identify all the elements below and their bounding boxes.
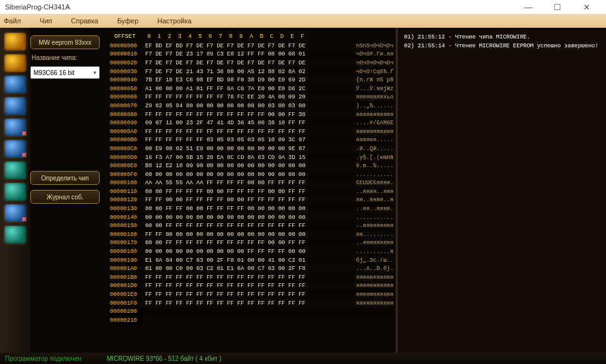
offset-cell: 000000F0 xyxy=(109,172,143,178)
offset-cell: 000001A0 xyxy=(109,266,143,272)
offset-cell: 00000020 xyxy=(109,60,143,66)
hex-row[interactable]: 000001B0FF FF FF FF FF FF FF FF FF FF FF… xyxy=(109,273,393,282)
ascii-cell: чОчО!Cq6Ђ.Ґ.Ё.Љ. xyxy=(347,69,393,75)
ascii-cell: яяяяяяяяяяяяяяяя xyxy=(347,129,393,135)
offset-cell: 000000D0 xyxy=(109,155,143,161)
chip-select-value: M93C66 16 bit xyxy=(33,69,74,76)
offset-cell: 000000A0 xyxy=(109,129,143,135)
log-line: 01) 21:55:12 - Чтение чипа MICROWIRE. xyxy=(404,33,600,42)
offset-cell: 000000C0 xyxy=(109,146,143,152)
hex-row[interactable]: 000000B0FF FF FF FF FF FF 03 05 03 05 03… xyxy=(109,136,393,145)
chip-name-label: Название чипа: xyxy=(30,54,100,61)
hex-bytes: B8 12 E2 18 09 90 00 00 00 00 00 00 00 0… xyxy=(143,163,347,169)
erase-icon[interactable]: ✖ xyxy=(4,119,26,136)
menu-help[interactable]: Справка xyxy=(71,17,98,25)
hex-row[interactable]: 000000C000 E9 08 02 51 E9 00 00 00 00 00… xyxy=(109,144,393,153)
hex-row[interactable]: 0000007029 02 05 84 80 00 00 00 00 00 00… xyxy=(109,102,393,110)
hex-row[interactable]: 0000014000 00 00 00 00 00 00 00 00 00 00… xyxy=(109,213,393,222)
hex-row[interactable]: 00000100AA AA 55 55 AA AA FF FF FF FF 00… xyxy=(109,179,393,188)
hex-row[interactable]: 000000D016 F3 A7 00 5B 15 28 EA 8C CD 8A… xyxy=(109,153,393,162)
open-icon[interactable] xyxy=(4,33,26,50)
hex-bytes: FF FF 00 00 00 00 00 00 00 00 00 00 00 0… xyxy=(143,232,347,238)
chip-select[interactable]: M93C66 16 bit ▾ xyxy=(30,66,100,79)
hex-bytes: 16 F3 A7 00 5B 15 28 EA 8C CD 8A 63 CD 9… xyxy=(143,155,347,161)
offset-cell: 000000B0 xyxy=(109,137,143,143)
offset-cell: 000001B0 xyxy=(109,274,143,281)
x-badge-icon: ✖ xyxy=(21,151,27,158)
columns-header: 0 1 2 3 4 5 6 7 8 9 A B C D E F xyxy=(141,33,304,40)
menu-buffer[interactable]: Буфер xyxy=(117,17,139,25)
blank-check-icon[interactable] xyxy=(4,161,26,179)
hex-bytes: 00 00 FF FF FF FF 00 00 FF FF FF FF 00 0… xyxy=(143,189,347,195)
hex-row[interactable]: 000000A0FF FF FF FF FF FF FF FF FF FF FF… xyxy=(109,127,393,136)
hex-row[interactable]: 00000080FF FF FF FF FF FF FF FF FF FF FF… xyxy=(109,110,393,119)
hex-view[interactable]: OFFSET 0 1 2 3 4 5 6 7 8 9 A B C D E F 0… xyxy=(105,28,396,353)
ascii-cell: яяяяяяяяяяяя..я8 xyxy=(347,112,393,118)
hex-row[interactable]: 00000020F7 DE F7 DE F7 DE F7 DE F7 DE F7… xyxy=(109,59,393,68)
hex-row[interactable]: 000001A001 00 00 C0 00 03 C2 01 E1 6A 00… xyxy=(109,264,393,273)
write-icon[interactable] xyxy=(4,97,26,115)
hex-row[interactable]: 000001E0FF FF FF FF FF FF FF FF FF FF FF… xyxy=(109,290,393,299)
verify-icon[interactable]: ✖ xyxy=(4,140,26,158)
offset-cell: 000001E0 xyxy=(109,291,143,298)
offset-cell: 00000010 xyxy=(109,51,143,57)
read-icon[interactable] xyxy=(4,76,26,93)
hex-row[interactable]: 000000E0B8 12 E2 18 09 90 00 00 00 00 00… xyxy=(109,161,393,170)
offset-cell: 00000170 xyxy=(109,240,143,246)
hex-row[interactable]: 0000017000 00 FF FF FF FF FF FF FF FF FF… xyxy=(109,239,393,248)
hex-row[interactable]: 00000050A1 00 00 00 A1 01 FF FF 6A C6 7A… xyxy=(109,85,393,93)
ascii-cell: ..яя..яяяя...... xyxy=(347,206,393,212)
hex-row[interactable]: 0000013000 00 FF FF 00 00 FF FF FF FF 00… xyxy=(109,204,393,213)
status-chip-info: MICROWIRE 93*66 - 512 байт ( 4 кбит ) xyxy=(107,355,222,362)
hex-row[interactable]: 00000060FF FF FF FF FF FF FF FF 78 FC EE… xyxy=(109,93,393,102)
ascii-cell: ё.в..Ђ.......... xyxy=(347,163,393,169)
hex-row[interactable]: 00000120FF FF 00 00 FF FF FF FF 00 00 FF… xyxy=(109,196,393,205)
ascii-cell: )..„Ђ........... xyxy=(347,103,393,109)
log-panel: 01) 21:55:12 - Чтение чипа MICROWIRE. 02… xyxy=(396,28,606,353)
save-icon[interactable] xyxy=(4,54,26,72)
hex-row[interactable]: 00000010F7 DE F7 DE 23 17 89 C3 E8 12 FF… xyxy=(109,50,393,59)
ascii-cell: яяяяяяяяяяяяяяяя xyxy=(347,291,393,298)
log-line: 02) 21:55:14 - Чтение MICROWIRE EEPROM у… xyxy=(404,42,600,50)
hex-row[interactable]: 000001F0FF FF FF FF FF FF FF FF FF FF FF… xyxy=(109,299,393,308)
hex-bytes: 00 00 00 00 00 00 00 00 00 00 00 00 00 0… xyxy=(143,172,347,178)
hex16-icon[interactable] xyxy=(4,183,26,201)
tool-x-icon[interactable]: ✖ xyxy=(4,204,26,222)
minimize-button[interactable]: — xyxy=(514,0,543,14)
hex-bytes: FF FF FF FF FF FF FF FF FF FF FF FF FF F… xyxy=(143,300,347,307)
hex-bytes: FF FF FF FF FF FF 03 05 03 05 03 05 10 0… xyxy=(143,137,347,143)
detect-chip-button[interactable]: Определить чип xyxy=(30,171,100,185)
ascii-cell: ...А..В.бj.Зc./ш xyxy=(347,266,393,272)
ascii-cell: ................ xyxy=(347,214,393,221)
hex-row[interactable]: 0000015000 00 FF FF FF FF FF FF FF FF FF… xyxy=(109,221,393,230)
hex-row[interactable]: 000000407B EF 18 E3 C6 98 EF BD 98 F0 38… xyxy=(109,76,393,85)
close-button[interactable]: ✕ xyxy=(572,0,601,14)
hex-row[interactable]: 000001D0FF FF FF FF FF FF FF FF FF FF FF… xyxy=(109,282,393,291)
hex-bytes: 00 00 FF FF FF FF FF FF FF FF FF FF FF F… xyxy=(143,223,347,229)
hex-row[interactable]: 0000011000 00 FF FF FF FF 00 00 FF FF FF… xyxy=(109,187,393,196)
offset-cell: 00000180 xyxy=(109,249,143,255)
maximize-button[interactable]: ☐ xyxy=(543,0,572,14)
chip-method-button[interactable]: MW eeprom 93xxx xyxy=(30,35,100,49)
journal-button[interactable]: Журнал соб. xyxy=(30,190,100,204)
menu-chip[interactable]: Чип xyxy=(40,17,52,25)
hex-row[interactable]: 0000009009 07 11 00 23 2F 47 41 4D 36 45… xyxy=(109,119,393,127)
menu-file[interactable]: Файл xyxy=(4,17,21,25)
edit-icon[interactable] xyxy=(4,226,26,244)
menu-settings[interactable]: Настройка xyxy=(157,17,191,25)
hex-bytes: F7 DE F7 DE 21 43 71 36 80 00 A5 12 88 0… xyxy=(143,69,347,75)
x-badge-icon: ✖ xyxy=(21,216,27,223)
hex-row[interactable]: 00000160FF FF 00 00 00 00 00 00 00 00 00… xyxy=(109,230,393,239)
hex-row[interactable]: 000000F000 00 00 00 00 00 00 00 00 00 00… xyxy=(109,170,393,179)
hex-row[interactable]: 00000210 xyxy=(109,316,393,325)
offset-cell: 00000090 xyxy=(109,120,143,126)
offset-cell: 000001F0 xyxy=(109,300,143,307)
hex-bytes: E1 6A 84 00 C7 63 00 2F F8 01 00 00 41 0… xyxy=(143,257,347,264)
hex-bytes: FF FF FF FF FF FF FF FF FF FF FF FF FF F… xyxy=(143,283,347,289)
hex-bytes: FF FF 00 00 FF FF FF FF 00 00 FF FF FF F… xyxy=(143,197,347,203)
hex-row[interactable]: 00000030F7 DE F7 DE 21 43 71 36 80 00 A5… xyxy=(109,68,393,76)
hex-row[interactable]: 00000000EF BD EF BD F7 DE F7 DE F7 DE F7… xyxy=(109,42,393,50)
hex-row[interactable]: 0000018000 00 00 00 00 00 00 00 00 00 FF… xyxy=(109,247,393,256)
hex-row[interactable]: 00000200 xyxy=(109,307,393,316)
hex-row[interactable]: 00000190E1 6A 84 00 C7 63 00 2F F8 01 00… xyxy=(109,256,393,265)
